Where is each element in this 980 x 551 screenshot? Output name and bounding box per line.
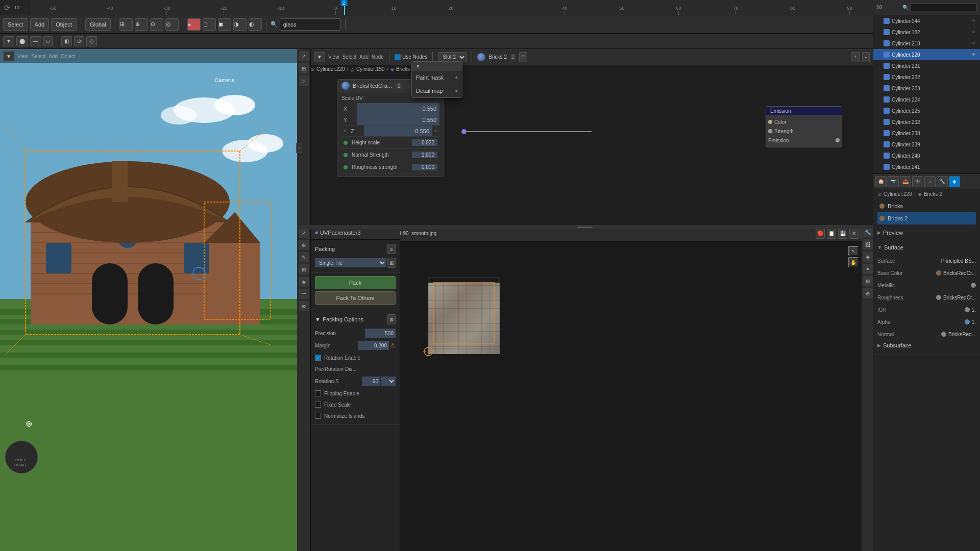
pack-button[interactable]: Pack	[315, 276, 396, 289]
normalize-islands-checkbox[interactable]	[315, 413, 321, 419]
preview-header[interactable]: ▶ Preview	[873, 228, 980, 238]
proportional-btn2[interactable]: ◎	[86, 36, 97, 46]
scale-z-arrow-right[interactable]: ›	[432, 128, 439, 134]
base-color-socket[interactable]	[936, 270, 941, 276]
rotation-s-input[interactable]	[362, 377, 380, 386]
breadcrumb-item-2[interactable]: Cylinder.150	[356, 66, 385, 72]
cylinder044-vis[interactable]: 👁	[971, 18, 976, 23]
add-label-3d[interactable]: Add	[48, 54, 58, 59]
mesh-select-mode-vert[interactable]: ⬤	[16, 36, 28, 46]
playhead[interactable]: 2	[344, 0, 345, 15]
loop-icon[interactable]: ⟳	[4, 4, 10, 12]
outliner-search-input[interactable]	[911, 4, 977, 11]
scale-z-arrow-left[interactable]: ‹	[341, 128, 349, 134]
select-button[interactable]: Select	[3, 18, 28, 31]
normal-strength-value[interactable]: 1.000	[412, 152, 437, 158]
uv-ctrl-3[interactable]: 💾	[838, 229, 847, 239]
uv-tool-grid[interactable]: ⊞	[299, 264, 309, 274]
node-editor-mode-btn[interactable]: ▼	[314, 52, 325, 62]
props-tab-modifier[interactable]: 🔧	[937, 176, 948, 187]
outliner-item-cylinder224[interactable]: Cylinder.224	[873, 94, 980, 105]
roughness-strength-handle[interactable]	[344, 165, 348, 169]
proportional-edit-btn[interactable]: ◎	[165, 18, 179, 31]
outliner-item-cylinder238[interactable]: Cylinder.238	[873, 128, 980, 139]
props-tab-object[interactable]: ○	[924, 176, 936, 187]
node-zoom-in[interactable]: +	[851, 52, 860, 62]
base-color-text[interactable]: BricksRedCr...	[943, 270, 976, 276]
ior-socket[interactable]	[965, 307, 970, 312]
props-breadcrumb-mat[interactable]: Bricks 2	[924, 191, 942, 197]
image-icon[interactable]: 🖼	[863, 239, 873, 249]
node-add-btn[interactable]: Add	[359, 54, 369, 60]
uv-tool-stitch[interactable]: ⊗	[299, 301, 309, 311]
cylinder218-vis[interactable]: 👁	[971, 41, 976, 46]
outliner-item-cylinder221[interactable]: Cylinder.221	[873, 60, 980, 71]
emission-node[interactable]: Emission Color Strength Emission	[766, 106, 842, 147]
outliner-item-cylinder044[interactable]: Cylinder.044 👁	[873, 15, 980, 27]
uv-tool-relax[interactable]: 〜	[299, 289, 309, 299]
outliner-item-cylinder222[interactable]: Cylinder.222	[873, 71, 980, 83]
uv-tool-pin[interactable]: ◈	[299, 277, 309, 287]
margin-input[interactable]	[358, 341, 389, 350]
normal-socket[interactable]	[941, 332, 946, 337]
alpha-text[interactable]: 1.	[972, 319, 976, 325]
pack-to-others-button[interactable]: Pack To Others	[315, 291, 396, 305]
metallic-socket[interactable]	[971, 283, 976, 288]
node-tool-2[interactable]: ⊞	[299, 63, 309, 73]
viewport-mode-btn[interactable]: ▼	[3, 51, 14, 61]
timeline-ruler[interactable]: -50 -40 -30 -20 -10 0 2 10 20 40 50	[31, 0, 980, 15]
roughness-socket[interactable]	[936, 295, 941, 300]
packing-options-icon[interactable]: ≡	[387, 244, 396, 254]
props-tab-scene[interactable]: 🏠	[875, 176, 887, 187]
render-btn[interactable]: ●	[187, 18, 201, 31]
node-tool-1[interactable]: ↗	[299, 51, 309, 61]
select-label-3d[interactable]: Select	[31, 54, 45, 59]
precision-input[interactable]	[365, 329, 396, 338]
mesh-select-mode-face[interactable]: □	[43, 36, 53, 46]
uv-tool-cursor[interactable]: ⊕	[299, 240, 309, 250]
uv-tool-annotate[interactable]: ✎	[299, 252, 309, 262]
roughness-strength-value[interactable]: 0.000	[412, 164, 437, 170]
subsurface-header[interactable]: ▶ Subsurface	[877, 340, 976, 350]
object-button[interactable]: Object	[51, 18, 77, 31]
uv-ctrl-1[interactable]: 🔴	[816, 229, 825, 239]
outliner-item-cylinder240[interactable]: Cylinder.240	[873, 150, 980, 161]
height-scale-value[interactable]: 0.022	[412, 139, 437, 146]
packing-options-settings[interactable]: ⚙	[387, 314, 396, 324]
uv-ctrl-2[interactable]: 📋	[827, 229, 836, 239]
extra-icon[interactable]: ⊕	[863, 288, 873, 298]
viewport-3d[interactable]: ▼ View Select Add Object	[0, 49, 297, 551]
alpha-socket[interactable]	[965, 319, 970, 324]
material-item-bricks[interactable]: Bricks	[877, 200, 976, 212]
ior-text[interactable]: 1.	[972, 307, 976, 313]
divider-handle[interactable]	[297, 225, 873, 229]
cylinder220-vis[interactable]: 👁	[971, 52, 976, 57]
outliner-item-cylinder218[interactable]: Cylinder.218 👁	[873, 38, 980, 49]
surface-type-text[interactable]: Principled BS...	[941, 258, 976, 264]
mesh-select-mode-edge[interactable]: —	[30, 36, 41, 46]
uv-zoom-hand[interactable]: ✋	[848, 257, 859, 267]
outliner-item-cylinder182[interactable]: Cylinder.182 👁	[873, 27, 980, 38]
viewport-shading-1[interactable]: ◻	[203, 18, 216, 31]
outliner-item-cylinder241[interactable]: Cylinder.241	[873, 161, 980, 172]
node-select-btn[interactable]: Select	[342, 54, 356, 60]
viewport-shading-2[interactable]: ◼	[218, 18, 231, 31]
splitter-arrow-left[interactable]: ‹	[296, 143, 302, 153]
rotation-enable-checkbox[interactable]: ✓	[315, 355, 321, 361]
uv-ctrl-4[interactable]: ✕	[849, 229, 859, 239]
viewport-shading-3[interactable]: ◑	[233, 18, 247, 31]
node-zoom-out[interactable]: -	[862, 52, 870, 62]
fixed-scale-checkbox[interactable]	[315, 402, 321, 408]
xray-btn[interactable]: ◧	[61, 36, 72, 46]
search-input[interactable]	[280, 18, 341, 31]
material-item-bricks2[interactable]: Bricks 2	[877, 212, 976, 224]
height-scale-handle[interactable]	[344, 141, 348, 145]
props-tab-output[interactable]: 📤	[900, 176, 911, 187]
props-tab-material[interactable]: ◈	[949, 176, 960, 187]
paint-mask-item[interactable]: Paint mask ●	[412, 71, 462, 84]
node-view-btn[interactable]: View	[328, 54, 339, 60]
single-tile-select[interactable]: Single Tile	[315, 258, 386, 267]
surface-header[interactable]: ▼ Surface	[873, 242, 980, 253]
outliner-item-cylinder223[interactable]: Cylinder.223	[873, 83, 980, 94]
outliner-item-cylinder232[interactable]: Cylinder.232	[873, 116, 980, 128]
